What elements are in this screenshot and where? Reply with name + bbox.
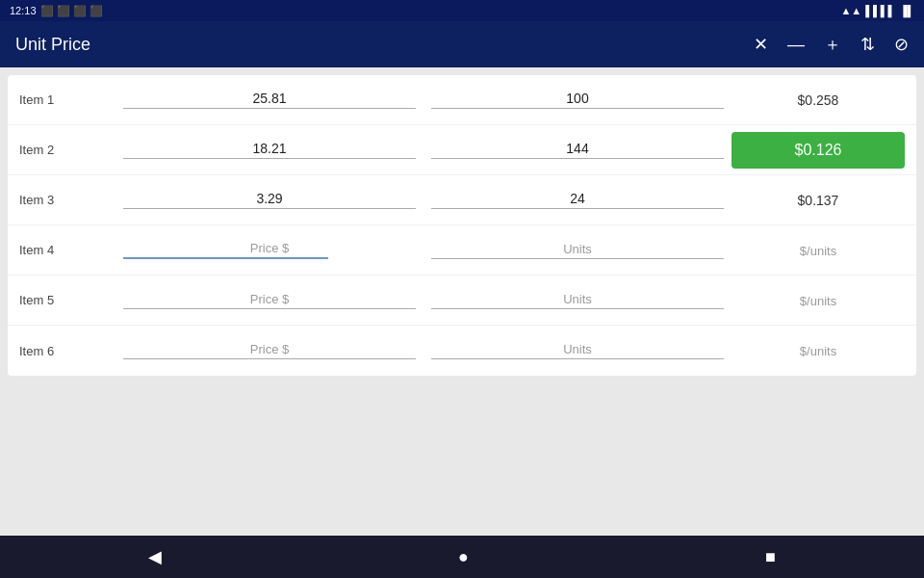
home-button[interactable]: ● <box>458 547 469 567</box>
units-input-field[interactable]: Units <box>424 292 732 309</box>
items-table: Item 1 25.81 100 $0.258 Item 2 18.21 <box>8 75 916 376</box>
result-value: $0.258 <box>732 92 905 108</box>
main-content: Item 1 25.81 100 $0.258 Item 2 18.21 <box>0 67 924 536</box>
item-label: Item 3 <box>19 193 116 207</box>
status-left: 12:13 ⬛ ⬛ ⬛ ⬛ <box>10 5 103 17</box>
price-underline <box>123 208 416 209</box>
units-underline <box>431 208 724 209</box>
units-input-field[interactable]: Units <box>424 242 732 259</box>
table-row: Item 2 18.21 144 $0.126 <box>8 125 916 175</box>
price-input-field[interactable]: Price $ <box>116 342 424 359</box>
back-button[interactable]: ◀ <box>148 546 162 567</box>
active-underline <box>123 257 328 259</box>
add-icon[interactable]: ＋ <box>824 33 841 56</box>
units-underline <box>431 258 724 259</box>
status-icons: ⬛ ⬛ ⬛ ⬛ <box>40 5 103 17</box>
close-icon[interactable]: ✕ <box>754 34 768 55</box>
page-title: Unit Price <box>15 35 90 55</box>
table-row: Item 6 Price $ Units $/units <box>8 326 916 376</box>
table-row: Item 3 3.29 24 $0.137 <box>8 175 916 225</box>
title-bar: Unit Price ✕ — ＋ ⇅ ⊘ <box>0 21 924 67</box>
units-field[interactable]: 100 <box>424 91 732 109</box>
table-row: Item 1 25.81 100 $0.258 <box>8 75 916 125</box>
result-value: $0.137 <box>732 193 905 208</box>
price-field[interactable]: 18.21 <box>116 141 424 159</box>
battery-icon: ▐▌ <box>899 5 914 16</box>
price-underline <box>123 158 416 159</box>
item-label: Item 2 <box>19 143 116 157</box>
units-input-field[interactable]: Units <box>424 342 732 359</box>
price-field[interactable]: 3.29 <box>116 191 424 209</box>
result-placeholder: $/units <box>732 293 905 308</box>
units-underline <box>431 108 724 109</box>
price-underline <box>123 108 416 109</box>
result-placeholder: $/units <box>732 243 905 258</box>
units-field[interactable]: 24 <box>424 191 732 209</box>
units-field[interactable]: 144 <box>424 141 732 159</box>
item-label: Item 6 <box>19 344 116 358</box>
status-bar: 12:13 ⬛ ⬛ ⬛ ⬛ ▲▲ ▌▌▌▌ ▐▌ <box>0 0 924 21</box>
recent-button[interactable]: ■ <box>765 547 776 567</box>
settings-icon[interactable]: ⊘ <box>894 34 909 55</box>
minimize-icon[interactable]: — <box>787 35 805 55</box>
price-underline <box>123 308 416 309</box>
table-row: Item 4 Price $ Units $/units <box>8 225 916 276</box>
price-field[interactable]: 25.81 <box>116 91 424 109</box>
item-label: Item 5 <box>19 293 116 307</box>
item-label: Item 4 <box>19 243 116 257</box>
price-input-field[interactable]: Price $ <box>116 241 424 259</box>
resize-icon[interactable]: ⇅ <box>860 34 875 55</box>
wifi-icon: ▲▲ <box>840 5 861 16</box>
table-row: Item 5 Price $ Units $/units <box>8 276 916 326</box>
bottom-nav: ◀ ● ■ <box>0 536 924 578</box>
result-value: $0.126 <box>732 132 905 169</box>
signal-icon: ▌▌▌▌ <box>865 5 895 16</box>
units-underline <box>431 308 724 309</box>
units-underline <box>431 158 724 159</box>
status-time: 12:13 <box>10 5 37 16</box>
item-label: Item 1 <box>19 92 116 107</box>
price-underline <box>123 358 416 359</box>
price-input-field[interactable]: Price $ <box>116 292 424 309</box>
title-actions: ✕ — ＋ ⇅ ⊘ <box>754 33 909 56</box>
units-underline <box>431 358 724 359</box>
status-right: ▲▲ ▌▌▌▌ ▐▌ <box>840 5 914 16</box>
result-placeholder: $/units <box>732 343 905 358</box>
